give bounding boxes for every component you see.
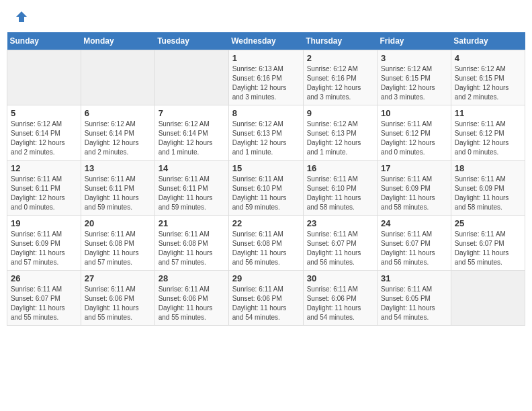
cell-week4-day1: 20Sunrise: 6:11 AM Sunset: 6:08 PM Dayli… [81, 216, 154, 271]
cell-week4-day5: 24Sunrise: 6:11 AM Sunset: 6:07 PM Dayli… [378, 216, 451, 271]
day-info: Sunrise: 6:12 AM Sunset: 6:14 PM Dayligh… [159, 120, 225, 157]
logo [13, 10, 28, 24]
day-number: 9 [307, 108, 373, 118]
day-info: Sunrise: 6:11 AM Sunset: 6:11 PM Dayligh… [159, 175, 225, 212]
day-number: 23 [307, 218, 373, 228]
day-info: Sunrise: 6:11 AM Sunset: 6:07 PM Dayligh… [455, 230, 521, 267]
header-sunday: Sunday [7, 32, 81, 50]
day-info: Sunrise: 6:11 AM Sunset: 6:12 PM Dayligh… [381, 120, 447, 157]
header-wednesday: Wednesday [228, 32, 303, 50]
cell-week4-day2: 21Sunrise: 6:11 AM Sunset: 6:08 PM Dayli… [154, 216, 228, 271]
day-info: Sunrise: 6:11 AM Sunset: 6:07 PM Dayligh… [11, 285, 77, 322]
day-number: 14 [159, 163, 225, 173]
header-monday: Monday [81, 32, 154, 50]
calendar-header-row: SundayMondayTuesdayWednesdayThursdayFrid… [7, 32, 525, 50]
day-number: 13 [85, 163, 151, 173]
header-saturday: Saturday [451, 32, 525, 50]
day-info: Sunrise: 6:11 AM Sunset: 6:08 PM Dayligh… [85, 230, 151, 267]
week-row-2: 5Sunrise: 6:12 AM Sunset: 6:14 PM Daylig… [7, 105, 525, 161]
day-info: Sunrise: 6:11 AM Sunset: 6:11 PM Dayligh… [85, 175, 151, 212]
logo-block [13, 10, 28, 24]
day-info: Sunrise: 6:11 AM Sunset: 6:06 PM Dayligh… [232, 285, 300, 322]
cell-week5-day6 [451, 271, 525, 326]
week-row-3: 12Sunrise: 6:11 AM Sunset: 6:11 PM Dayli… [7, 161, 525, 216]
day-info: Sunrise: 6:11 AM Sunset: 6:06 PM Dayligh… [307, 285, 373, 322]
day-number: 25 [455, 218, 521, 228]
cell-week2-day2: 7Sunrise: 6:12 AM Sunset: 6:14 PM Daylig… [154, 105, 228, 161]
cell-week4-day3: 22Sunrise: 6:11 AM Sunset: 6:08 PM Dayli… [228, 216, 303, 271]
week-row-5: 26Sunrise: 6:11 AM Sunset: 6:07 PM Dayli… [7, 271, 525, 326]
day-info: Sunrise: 6:11 AM Sunset: 6:08 PM Dayligh… [232, 230, 300, 267]
cell-week5-day1: 27Sunrise: 6:11 AM Sunset: 6:06 PM Dayli… [81, 271, 154, 326]
cell-week5-day5: 31Sunrise: 6:11 AM Sunset: 6:05 PM Dayli… [378, 271, 451, 326]
cell-week5-day0: 26Sunrise: 6:11 AM Sunset: 6:07 PM Dayli… [7, 271, 81, 326]
day-info: Sunrise: 6:12 AM Sunset: 6:15 PM Dayligh… [381, 64, 447, 102]
cell-week2-day3: 8Sunrise: 6:12 AM Sunset: 6:13 PM Daylig… [228, 105, 303, 161]
cell-week3-day5: 17Sunrise: 6:11 AM Sunset: 6:09 PM Dayli… [378, 161, 451, 216]
day-number: 17 [381, 163, 447, 173]
cell-week5-day3: 29Sunrise: 6:11 AM Sunset: 6:06 PM Dayli… [228, 271, 303, 326]
day-number: 30 [307, 273, 373, 283]
header-thursday: Thursday [303, 32, 377, 50]
cell-week1-day3: 1Sunrise: 6:13 AM Sunset: 6:16 PM Daylig… [228, 50, 303, 105]
cell-week3-day1: 13Sunrise: 6:11 AM Sunset: 6:11 PM Dayli… [81, 161, 154, 216]
day-number: 1 [232, 53, 300, 63]
day-number: 8 [232, 108, 300, 118]
header-friday: Friday [378, 32, 451, 50]
cell-week2-day6: 11Sunrise: 6:11 AM Sunset: 6:12 PM Dayli… [451, 105, 525, 161]
day-info: Sunrise: 6:11 AM Sunset: 6:11 PM Dayligh… [11, 175, 77, 212]
day-number: 28 [159, 273, 225, 283]
day-number: 4 [455, 53, 521, 63]
calendar-table: SundayMondayTuesdayWednesdayThursdayFrid… [7, 32, 525, 326]
cell-week1-day2 [154, 50, 228, 105]
cell-week1-day4: 2Sunrise: 6:12 AM Sunset: 6:16 PM Daylig… [303, 50, 377, 105]
day-number: 27 [85, 273, 151, 283]
cell-week4-day0: 19Sunrise: 6:11 AM Sunset: 6:09 PM Dayli… [7, 216, 81, 271]
day-info: Sunrise: 6:12 AM Sunset: 6:13 PM Dayligh… [232, 120, 300, 157]
day-info: Sunrise: 6:12 AM Sunset: 6:13 PM Dayligh… [307, 120, 373, 157]
day-info: Sunrise: 6:11 AM Sunset: 6:07 PM Dayligh… [381, 230, 447, 267]
cell-week5-day2: 28Sunrise: 6:11 AM Sunset: 6:06 PM Dayli… [154, 271, 228, 326]
cell-week2-day1: 6Sunrise: 6:12 AM Sunset: 6:14 PM Daylig… [81, 105, 154, 161]
day-info: Sunrise: 6:11 AM Sunset: 6:09 PM Dayligh… [11, 230, 77, 267]
day-number: 2 [307, 53, 373, 63]
day-number: 18 [455, 163, 521, 173]
day-number: 7 [159, 108, 225, 118]
logo-icon [15, 10, 28, 24]
cell-week1-day1 [81, 50, 154, 105]
day-info: Sunrise: 6:12 AM Sunset: 6:14 PM Dayligh… [85, 120, 151, 157]
cell-week3-day3: 15Sunrise: 6:11 AM Sunset: 6:10 PM Dayli… [228, 161, 303, 216]
day-number: 10 [381, 108, 447, 118]
cell-week4-day4: 23Sunrise: 6:11 AM Sunset: 6:07 PM Dayli… [303, 216, 377, 271]
day-number: 20 [85, 218, 151, 228]
day-info: Sunrise: 6:12 AM Sunset: 6:14 PM Dayligh… [11, 120, 77, 157]
day-info: Sunrise: 6:11 AM Sunset: 6:08 PM Dayligh… [159, 230, 225, 267]
day-number: 5 [11, 108, 77, 118]
day-number: 26 [11, 273, 77, 283]
cell-week5-day4: 30Sunrise: 6:11 AM Sunset: 6:06 PM Dayli… [303, 271, 377, 326]
day-number: 21 [159, 218, 225, 228]
week-row-1: 1Sunrise: 6:13 AM Sunset: 6:16 PM Daylig… [7, 50, 525, 105]
day-number: 12 [11, 163, 77, 173]
day-info: Sunrise: 6:13 AM Sunset: 6:16 PM Dayligh… [232, 64, 300, 102]
day-number: 24 [381, 218, 447, 228]
day-number: 11 [455, 108, 521, 118]
day-info: Sunrise: 6:11 AM Sunset: 6:10 PM Dayligh… [307, 175, 373, 212]
day-info: Sunrise: 6:11 AM Sunset: 6:07 PM Dayligh… [307, 230, 373, 267]
page-header [7, 7, 525, 27]
week-row-4: 19Sunrise: 6:11 AM Sunset: 6:09 PM Dayli… [7, 216, 525, 271]
day-number: 6 [85, 108, 151, 118]
cell-week1-day0 [7, 50, 81, 105]
day-info: Sunrise: 6:12 AM Sunset: 6:15 PM Dayligh… [455, 64, 521, 102]
cell-week1-day6: 4Sunrise: 6:12 AM Sunset: 6:15 PM Daylig… [451, 50, 525, 105]
day-number: 16 [307, 163, 373, 173]
day-number: 31 [381, 273, 447, 283]
cell-week3-day6: 18Sunrise: 6:11 AM Sunset: 6:09 PM Dayli… [451, 161, 525, 216]
cell-week2-day0: 5Sunrise: 6:12 AM Sunset: 6:14 PM Daylig… [7, 105, 81, 161]
day-number: 19 [11, 218, 77, 228]
day-number: 15 [232, 163, 300, 173]
header-tuesday: Tuesday [154, 32, 228, 50]
day-number: 29 [232, 273, 300, 283]
day-info: Sunrise: 6:11 AM Sunset: 6:05 PM Dayligh… [381, 285, 447, 322]
cell-week2-day4: 9Sunrise: 6:12 AM Sunset: 6:13 PM Daylig… [303, 105, 377, 161]
